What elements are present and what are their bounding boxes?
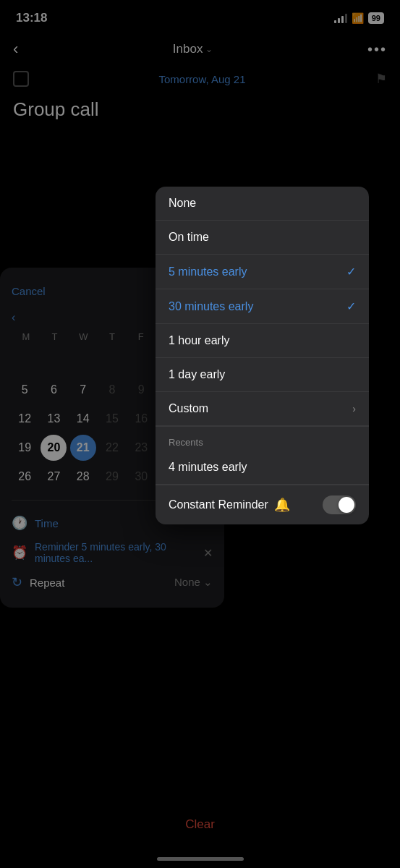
- constant-reminder-label: Constant Reminder 🔔: [169, 497, 290, 513]
- reminder-option-1hour[interactable]: 1 hour early: [156, 324, 369, 358]
- check-icon: ✓: [346, 299, 356, 313]
- check-icon: ✓: [346, 265, 356, 278]
- constant-reminder-toggle[interactable]: [323, 495, 356, 514]
- reminder-option-30min[interactable]: 30 minutes early ✓: [156, 289, 369, 324]
- reminder-option-recent-4min[interactable]: 4 minutes early: [156, 451, 369, 485]
- fire-icon: 🔔: [274, 497, 290, 513]
- reminder-option-5min[interactable]: 5 minutes early ✓: [156, 255, 369, 289]
- reminder-option-custom[interactable]: Custom ›: [156, 392, 369, 426]
- reminder-option-1day[interactable]: 1 day early: [156, 358, 369, 392]
- toggle-knob: [339, 497, 354, 513]
- reminder-dropdown: None On time 5 minutes early ✓ 30 minute…: [156, 187, 369, 524]
- reminder-option-none[interactable]: None: [156, 187, 369, 221]
- constant-reminder-row: Constant Reminder 🔔: [156, 485, 369, 524]
- reminder-option-on-time[interactable]: On time: [156, 221, 369, 255]
- recents-label: Recents: [156, 427, 369, 451]
- chevron-right-icon: ›: [352, 403, 356, 414]
